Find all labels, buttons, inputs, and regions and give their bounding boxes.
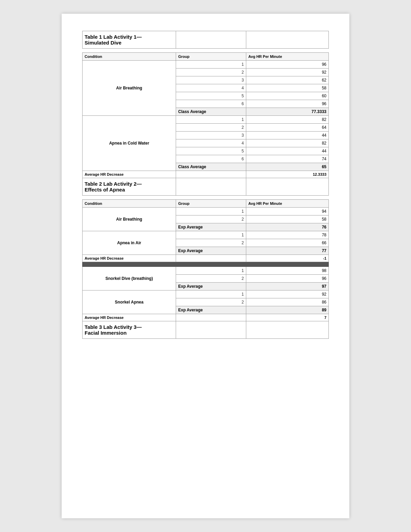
group-num: 1 (176, 61, 246, 69)
value-cell: 94 (246, 208, 328, 215)
condition-apnea-air: Apnea in Air (83, 231, 176, 255)
exp-avg-value-4: 89 (246, 306, 328, 314)
exp-avg-label-1: Exp Average (176, 223, 246, 231)
group-num: 1 (176, 231, 246, 239)
table1-title-line2: Simulated Dive (85, 40, 122, 46)
value-cell: 92 (246, 69, 328, 76)
exp-avg-value-1: 76 (246, 223, 328, 231)
col-condition-label: Condition (83, 53, 176, 61)
table2-summary2-label: Average HR Decrease (83, 314, 176, 321)
table3-header-mid (176, 321, 246, 339)
table2-summary1: Average HR Decrease -1 (83, 255, 329, 262)
condition-apnea-cold: Apnea in Cold Water (83, 116, 176, 171)
group-num: 2 (176, 124, 246, 132)
table1-header-mid (176, 31, 246, 49)
value-cell: 64 (246, 124, 328, 132)
value-cell: 98 (246, 267, 328, 275)
group-num: 3 (176, 132, 246, 139)
dark-cell-1 (83, 262, 176, 267)
table2-header-right (246, 178, 328, 196)
spacer3 (83, 339, 329, 343)
table2-summary1-label: Average HR Decrease (83, 255, 176, 262)
group-num: 2 (176, 215, 246, 223)
table-row: Air Breathing 1 94 (83, 208, 329, 215)
class-avg-value-2: 65 (246, 163, 328, 171)
value-cell: 82 (246, 139, 328, 147)
group-num: 6 (176, 155, 246, 163)
value-cell: 78 (246, 231, 328, 239)
value-cell: 96 (246, 275, 328, 283)
class-avg-label-2: Class Average (176, 163, 246, 171)
group-num: 5 (176, 147, 246, 155)
condition-snorkel-apnea: Snorkel Apnea (83, 290, 176, 314)
table1-title-line1: Table 1 Lab Activity 1— (85, 34, 142, 40)
group-num: 4 (176, 139, 246, 147)
table-row: Snorkel Dive (breathing) 1 98 (83, 267, 329, 275)
exp-avg-label-2: Exp Average (176, 247, 246, 255)
col2-avg-label: Avg HR Per Minute (246, 200, 328, 208)
condition-air-breathing-1: Air Breathing (83, 61, 176, 116)
dark-cell-3 (246, 262, 328, 267)
group-num: 2 (176, 69, 246, 76)
exp-avg-value-2: 77 (246, 247, 328, 255)
spacer2 (83, 196, 329, 200)
class-avg-value-1: 77.3333 (246, 108, 328, 116)
table2-title-line1: Table 2 Lab Activity 2— (85, 181, 142, 187)
table3-header-row: Table 3 Lab Activity 3— Facial Immersion (83, 321, 329, 339)
dark-cell-2 (176, 262, 246, 267)
class-avg-label-1: Class Average (176, 108, 246, 116)
table1-summary: Average HR Decrease 12.3333 (83, 171, 329, 178)
condition-snorkel-dive: Snorkel Dive (breathing) (83, 267, 176, 290)
table2-summary2-value: 7 (246, 314, 328, 321)
spacer1 (83, 49, 329, 53)
exp-avg-value-3: 97 (246, 283, 328, 290)
table2-title-line2: Effects of Apnea (85, 187, 125, 193)
table1-header-row: Table 1 Lab Activity 1— Simulated Dive (83, 31, 329, 49)
value-cell: 86 (246, 298, 328, 306)
table2-summary2-mid (176, 314, 246, 321)
table1-summary-mid (176, 171, 246, 178)
col2-condition-label: Condition (83, 200, 176, 208)
table-row: Apnea in Air 1 78 (83, 231, 329, 239)
group-num: 6 (176, 100, 246, 108)
table1-summary-label: Average HR Decrease (83, 171, 176, 178)
value-cell: 82 (246, 116, 328, 124)
table2-title: Table 2 Lab Activity 2— Effects of Apnea (83, 178, 176, 196)
table3-title: Table 3 Lab Activity 3— Facial Immersion (83, 321, 176, 339)
table-row: Snorkel Apnea 1 92 (83, 290, 329, 298)
group-num: 4 (176, 84, 246, 92)
group-num: 1 (176, 116, 246, 124)
value-cell: 96 (246, 61, 328, 69)
table1-summary-value: 12.3333 (246, 171, 328, 178)
group-num: 1 (176, 208, 246, 215)
exp-avg-label-3: Exp Average (176, 283, 246, 290)
value-cell: 44 (246, 132, 328, 139)
group-num: 2 (176, 239, 246, 247)
col2-group-label: Group (176, 200, 246, 208)
table2-summary2: Average HR Decrease 7 (83, 314, 329, 321)
group-num: 3 (176, 76, 246, 84)
table3-title-line1: Table 3 Lab Activity 3— (85, 324, 142, 330)
table1-col-headers: Condition Group Avg HR Per Minute (83, 53, 329, 61)
group-num: 5 (176, 92, 246, 100)
value-cell: 62 (246, 76, 328, 84)
col-avg-label: Avg HR Per Minute (246, 53, 328, 61)
group-num: 2 (176, 275, 246, 283)
table2-summary1-mid (176, 255, 246, 262)
condition-air-breathing-2: Air Breathing (83, 208, 176, 231)
value-cell: 74 (246, 155, 328, 163)
table2-col-headers: Condition Group Avg HR Per Minute (83, 200, 329, 208)
table3-header-right (246, 321, 328, 339)
value-cell: 96 (246, 100, 328, 108)
table-row: Air Breathing 1 96 (83, 61, 329, 69)
value-cell: 58 (246, 215, 328, 223)
data-table: Table 1 Lab Activity 1— Simulated Dive C… (82, 31, 329, 343)
value-cell: 44 (246, 147, 328, 155)
value-cell: 58 (246, 84, 328, 92)
group-num: 1 (176, 267, 246, 275)
value-cell: 60 (246, 92, 328, 100)
table2-summary1-value: -1 (246, 255, 328, 262)
dark-separator (83, 262, 329, 267)
group-num: 2 (176, 298, 246, 306)
group-num: 1 (176, 290, 246, 298)
